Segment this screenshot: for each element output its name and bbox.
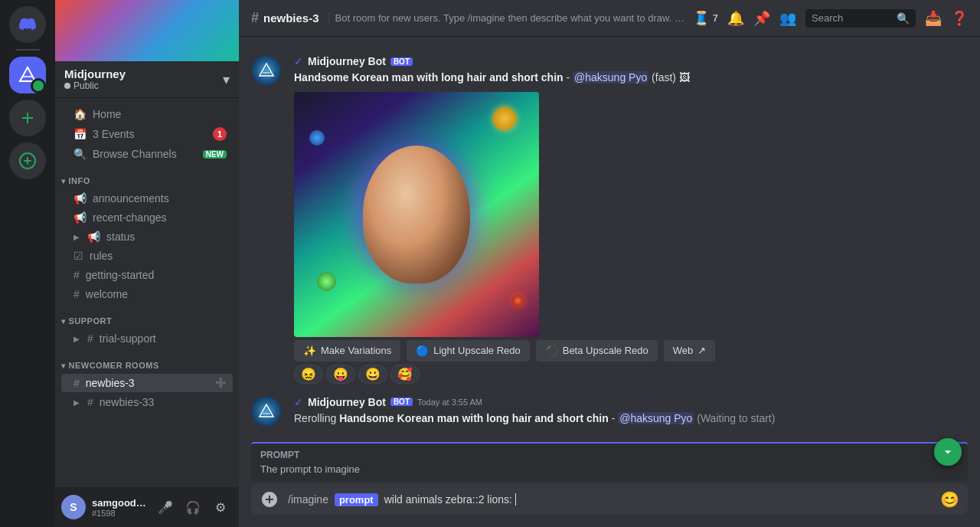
bot-content-1: ✓ Midjourney Bot BOT Handsome Korean man… [294,55,968,384]
reroll-prefix: Rerolling [294,412,339,424]
section-support[interactable]: ▾ SUPPORT [55,304,239,329]
pin-icon: 📌 [753,10,770,27]
server-status: Public [64,80,126,91]
events-badge: 1 [213,127,227,141]
image-inner [294,92,539,337]
verified-icon-1: ✓ [294,55,303,67]
reaction-tired[interactable]: 😖 [294,365,323,384]
external-link-icon: ↗ [697,345,706,356]
planet-3 [512,295,524,306]
hash-icon-getting-started: # [74,269,80,281]
hash-icon-welcome: # [74,288,80,300]
home-icon: 🏠 [74,108,87,120]
members-icon: 👥 [779,10,796,27]
reaction-love[interactable]: 🥰 [390,365,420,384]
web-button[interactable]: Web ↗ [664,340,716,362]
autocomplete-popup: prompt The prompt to imagine [251,442,968,481]
midjourney-server-icon[interactable] [9,57,46,93]
channel-title: # newbies-3 [251,10,319,26]
bot-avatar-2 [251,396,282,427]
user-avatar: S [61,495,86,519]
channel-recent-changes[interactable]: 📢 recent-changes [61,208,233,227]
light-upscale-redo-button[interactable]: 🔵 Light Upscale Redo [407,340,529,362]
headset-button[interactable]: 🎧 [181,495,205,519]
channel-rules[interactable]: ☑ rules [61,247,233,265]
emoji-button[interactable]: 😊 [937,487,962,512]
discord-home-button[interactable] [9,6,46,43]
autocomplete-desc: The prompt to imagine [260,463,959,475]
server-header[interactable]: Midjourney Public ▾ [55,61,239,98]
image-face [363,146,470,283]
channel-getting-started[interactable]: # getting-started [61,266,233,284]
rules-icon: ☑ [74,250,83,262]
reroll-message: Rerolling Handsome Korean man with long … [294,411,968,427]
user-tag: #1598 [92,509,147,518]
reaction-tongue[interactable]: 😛 [326,365,355,384]
members-button[interactable]: 👥 [779,10,796,27]
channel-welcome[interactable]: # welcome [61,285,233,303]
add-server-button[interactable] [9,100,46,136]
help-button[interactable]: ❓ [951,10,968,27]
notification-button[interactable]: 🔔 [727,10,744,27]
attachment-button[interactable] [257,487,282,512]
text-cursor [515,493,516,506]
channel-newbies-3[interactable]: # newbies-3 ➕ [61,374,233,392]
mention-haksung[interactable]: @haksung Pyo [573,71,648,83]
section-info[interactable]: ▾ INFO [55,164,239,188]
explore-servers-button[interactable] [9,142,46,179]
channel-trial-support[interactable]: ▶ # trial-support [61,329,233,348]
chat-input-wrapper[interactable]: /imagine prompt wild animals zebra::2 li… [251,484,968,515]
bot-name-1: Midjourney Bot [308,55,386,67]
channel-status[interactable]: ▶ 📢 status [61,227,233,246]
chat-header: # newbies-3 Bot room for new users. Type… [239,0,980,37]
bot-content-2: ✓ Midjourney Bot BOT Today at 3:55 AM Re… [294,396,968,427]
make-variations-button[interactable]: ✨ Make Variations [294,340,400,362]
reaction-grin[interactable]: 😀 [358,365,387,384]
section-newcomer-rooms[interactable]: ▾ NEWCOMER ROOMS [55,349,239,373]
channel-announcements[interactable]: 📢 announcements [61,189,233,208]
nav-item-browse-channels[interactable]: 🔍 Browse Channels NEW [61,145,233,163]
autocomplete-title: prompt [260,450,959,460]
chat-input-area: /imagine prompt wild animals zebra::2 li… [239,484,980,527]
reroll-prompt: Handsome Korean man with long hair and s… [339,412,609,424]
image-icon: 🖼 [679,71,690,83]
chat-input-field[interactable]: /imagine prompt wild animals zebra::2 li… [288,490,931,509]
section-arrow-newcomer: ▾ [61,362,66,370]
megaphone-icon-3: 📢 [87,231,100,243]
nav-item-home[interactable]: 🏠 Home [61,105,233,123]
microphone-button[interactable]: 🎤 [153,495,178,519]
help-icon: ❓ [951,10,968,27]
bot-avatar-inner-2 [253,398,280,425]
chat-messages: ✓ Midjourney Bot BOT Handsome Korean man… [239,37,980,442]
nav-item-events[interactable]: 📅 3 Events 1 [61,124,233,144]
search-bar[interactable]: Search 🔍 [805,9,916,28]
expand-arrow-status: ▶ [74,233,80,241]
status-dot [64,83,70,89]
reroll-mention[interactable]: @haksung Pyo [618,412,694,424]
thread-count-button[interactable]: 🧵 7 [693,10,718,27]
bot-avatar-inner-1 [253,57,280,84]
planet-1 [493,107,516,130]
beta-upscale-icon: ⚫ [545,345,558,357]
mj-generated-image[interactable] [294,92,539,337]
pin-button[interactable]: 📌 [753,10,770,27]
hash-icon-trial: # [87,332,93,345]
reroll-dash: - [612,412,619,424]
settings-button[interactable]: ⚙ [208,495,233,519]
channel-newbies-33[interactable]: ▶ # newbies-33 [61,393,233,411]
user-controls: 🎤 🎧 ⚙ [153,495,233,519]
beta-upscale-redo-button[interactable]: ⚫ Beta Upscale Redo [536,340,658,362]
reaction-bar: 😖 😛 😀 🥰 [294,365,968,384]
variations-icon: ✨ [303,345,316,357]
user-info: samgoodw... #1598 [92,497,147,518]
bot-avatar-1 [251,55,282,86]
section-arrow-info: ▾ [61,177,66,185]
thread-count: 7 [713,12,718,24]
server-list [0,0,55,527]
megaphone-icon-2: 📢 [74,211,87,224]
browse-icon: 🔍 [74,148,87,160]
inbox-button[interactable]: 📥 [925,10,942,27]
scroll-to-bottom-button[interactable] [934,438,962,466]
channel-sidebar: Midjourney Public ▾ 🏠 Home 📅 3 Events 1 … [55,0,239,527]
light-upscale-icon: 🔵 [416,345,429,357]
